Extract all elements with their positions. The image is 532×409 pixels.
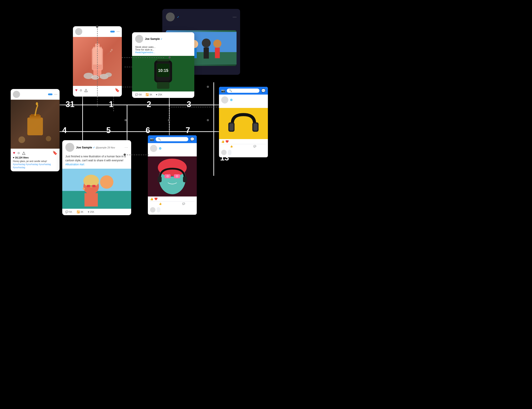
likes-count: ♥ 16,124 likes bbox=[11, 156, 60, 160]
svg-point-23 bbox=[213, 39, 221, 47]
svg-point-15 bbox=[18, 136, 25, 143]
grid-number-1: 1 bbox=[109, 100, 113, 109]
like-button[interactable]: 👍 bbox=[221, 145, 242, 148]
more-options-icon[interactable]: ⋯ bbox=[233, 14, 236, 19]
follow-button[interactable] bbox=[48, 93, 53, 95]
tweet-card-illustration: Joe Sample ✓ @jsample 29 Nov ⋯ Just fini… bbox=[62, 140, 131, 215]
svg-rect-55 bbox=[158, 177, 162, 182]
post-avatar bbox=[150, 145, 157, 152]
follow-button[interactable] bbox=[110, 31, 115, 32]
svg-point-21 bbox=[202, 38, 211, 47]
tweet-avatar bbox=[166, 12, 175, 21]
svg-point-5 bbox=[91, 75, 99, 80]
heart-icon[interactable]: ♥ bbox=[13, 151, 15, 155]
retweet-action[interactable]: 🔁 3K bbox=[146, 93, 153, 96]
svg-point-34 bbox=[100, 175, 113, 189]
search-bar[interactable]: 🔍 bbox=[156, 137, 188, 141]
grid-number-5: 5 bbox=[106, 126, 111, 135]
verified-icon: ✓ bbox=[161, 38, 162, 40]
svg-point-41 bbox=[83, 188, 85, 190]
camera-icon: 📷 bbox=[150, 138, 154, 141]
share-icon[interactable]: △ bbox=[22, 150, 25, 155]
retweet-action[interactable]: 🔁 3K bbox=[77, 211, 84, 214]
grid-number-31: 31 bbox=[66, 100, 74, 109]
grid-number-7: 7 bbox=[186, 126, 190, 135]
comment-icon[interactable]: ○ bbox=[80, 88, 82, 93]
heart-icon[interactable]: ♥ bbox=[75, 88, 78, 93]
svg-text:10:15: 10:15 bbox=[158, 68, 168, 73]
grid-number-2: 2 bbox=[147, 100, 151, 109]
comment-item bbox=[150, 207, 195, 213]
like-action[interactable]: ♥ 25K bbox=[88, 211, 94, 214]
comment-icon: 💬 bbox=[182, 203, 185, 205]
comment-button[interactable]: 💬 bbox=[173, 203, 195, 205]
facebook-card-face: 📷 🔍 💬 🌐 bbox=[148, 135, 197, 215]
svg-point-7 bbox=[105, 73, 112, 77]
bookmark-icon[interactable]: 🔖 bbox=[53, 150, 57, 155]
svg-rect-39 bbox=[92, 185, 96, 187]
grid-number-6: 6 bbox=[146, 126, 150, 135]
svg-rect-11 bbox=[27, 118, 43, 135]
more-options-icon[interactable]: ⋯ bbox=[54, 93, 57, 96]
tweet-actions: 💬 5K 🔁 3K ♥ 25K bbox=[132, 92, 194, 98]
search-icon: 🔍 bbox=[229, 89, 232, 92]
like-emoji: 👍 bbox=[150, 197, 153, 201]
tweet-name: Joe Sample ✓ @jsample 29 Nov bbox=[76, 146, 123, 149]
instagram-card-honey: ⋯ ♥ ○ △ 🔖 ♥ 16,124 likes Honey glass, ja… bbox=[11, 89, 60, 171]
avatar bbox=[135, 35, 143, 43]
svg-rect-42 bbox=[219, 108, 268, 139]
reactions: 👍 ❤️ bbox=[148, 196, 197, 201]
comment-button[interactable]: 💬 bbox=[244, 145, 266, 148]
like-icon: 👍 bbox=[159, 203, 162, 205]
hashtag: #watchgamestro... bbox=[135, 51, 155, 54]
like-icon: 👍 bbox=[230, 145, 233, 148]
tweet-name: Joe Sample ✓ bbox=[145, 37, 191, 40]
like-emoji: 👍 bbox=[221, 140, 225, 143]
tweet-text: Just finished a new illustration of a hu… bbox=[62, 154, 131, 169]
grid-number-13: 13 bbox=[220, 153, 229, 162]
svg-rect-24 bbox=[215, 48, 220, 58]
more-options-icon[interactable]: ⋯ bbox=[125, 145, 128, 149]
messenger-icon[interactable]: 💬 bbox=[261, 89, 266, 93]
svg-rect-45 bbox=[229, 123, 234, 131]
avatar bbox=[75, 28, 82, 35]
camera-icon: 📷 bbox=[221, 89, 225, 93]
grid-number-4: 4 bbox=[62, 126, 67, 135]
search-bar[interactable]: 🔍 bbox=[227, 89, 260, 93]
tweet-card-watch: Joe Sample ✓ Sleek silver wato... Time f… bbox=[132, 32, 194, 98]
avatar bbox=[13, 91, 20, 98]
svg-point-10 bbox=[110, 51, 111, 52]
post-time: 🌐 bbox=[230, 99, 233, 101]
comment-action[interactable]: 💬 5K bbox=[65, 211, 72, 214]
tweet-text: Sleek silver wato... Time for style w...… bbox=[132, 46, 194, 56]
comment-icon[interactable]: ○ bbox=[18, 151, 20, 155]
tweet-actions: 💬 5K 🔁 3K ♥ 25K bbox=[62, 209, 131, 215]
messenger-icon[interactable]: 💬 bbox=[190, 137, 195, 141]
like-button[interactable]: 👍 bbox=[150, 203, 171, 205]
verified-icon: ✓ bbox=[93, 146, 95, 149]
tweet-name: ✓ bbox=[177, 15, 230, 19]
avatar bbox=[65, 143, 74, 152]
svg-rect-36 bbox=[84, 193, 98, 206]
svg-point-16 bbox=[46, 136, 51, 141]
comment-icon: 💬 bbox=[253, 145, 256, 148]
svg-rect-56 bbox=[183, 177, 187, 182]
post-caption bbox=[148, 154, 197, 157]
post-time: 🌐 bbox=[159, 147, 162, 149]
svg-rect-38 bbox=[87, 185, 90, 187]
svg-point-9 bbox=[111, 49, 113, 51]
svg-rect-30 bbox=[157, 82, 169, 89]
love-emoji: ❤️ bbox=[154, 197, 158, 201]
svg-rect-31 bbox=[157, 59, 169, 61]
comment-action[interactable]: 💬 5K bbox=[135, 93, 142, 96]
svg-rect-22 bbox=[204, 47, 209, 58]
love-emoji: ❤️ bbox=[225, 140, 229, 143]
grid-number-3: 3 bbox=[187, 100, 191, 109]
tweet-text bbox=[166, 24, 236, 28]
bookmark-icon[interactable]: 🔖 bbox=[115, 88, 120, 93]
like-action[interactable]: ♥ 25K bbox=[156, 93, 162, 96]
share-icon[interactable]: △ bbox=[84, 88, 88, 93]
reactions: 👍 ❤️ bbox=[219, 139, 268, 144]
more-options-icon[interactable]: ⋯ bbox=[117, 30, 120, 33]
caption: Honey glass, jar and candle setup! #your… bbox=[11, 160, 60, 171]
